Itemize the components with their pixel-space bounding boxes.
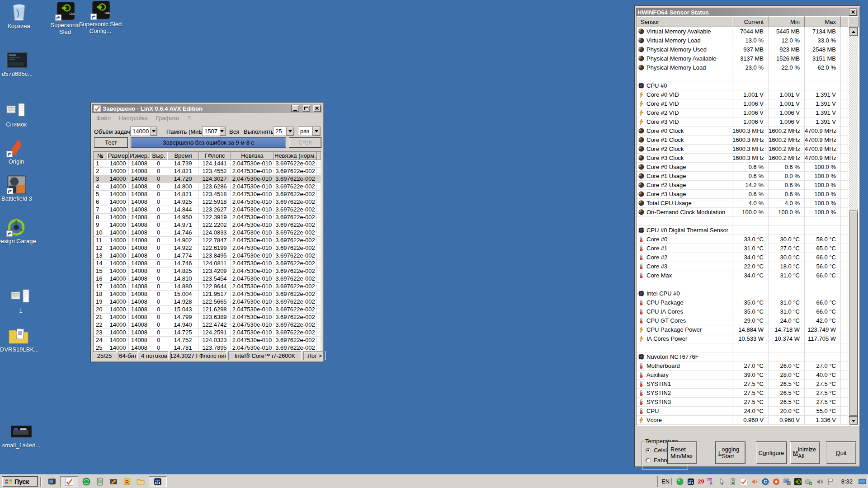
sensor-row[interactable]: Physical Memory Available3137 MB1526 MB3… [637, 54, 850, 63]
column-header[interactable]: Время [167, 152, 199, 160]
quicklaunch-device-icon[interactable] [94, 476, 105, 487]
sensor-row[interactable]: Core #0 Clock1600.3 MHz1600.2 MHz4700.9 … [637, 127, 850, 136]
tray-volume-orange-icon[interactable] [751, 478, 759, 485]
quicklaunch-rg-icon[interactable]: R [122, 476, 132, 487]
menu-item-Графики[interactable]: Графики [152, 115, 184, 122]
tray-battery-meter-icon[interactable] [729, 478, 737, 485]
sensor-row[interactable]: Core #2 Clock1600.3 MHz1600.2 MHz4700.9 … [637, 145, 850, 154]
reset-minmax-button[interactable]: Reset Min/Max [667, 441, 697, 464]
logging-start-button[interactable]: Logging Start [715, 441, 745, 464]
close-button[interactable]: ✕ [849, 9, 857, 16]
sensor-column-header[interactable]: Max [805, 16, 841, 27]
column-header[interactable]: Невязка (норм.) [274, 152, 317, 160]
hwinfo-titlebar[interactable]: HWiNFO64 Sensor Status ✕ [636, 8, 859, 17]
tray-origin-icon[interactable] [773, 478, 780, 485]
maximize-button[interactable] [302, 105, 310, 112]
sensor-row[interactable]: CPU24.0 °C20.0 °C55.0 °C [637, 407, 850, 416]
menu-item-[interactable]: ? [183, 115, 194, 122]
quicklaunch-display-icon[interactable] [47, 476, 57, 487]
sensor-row[interactable]: Core #033.0 °C30.0 °C58.0 °C [637, 235, 850, 244]
desktop-icon-origin[interactable]: Origin [0, 138, 33, 165]
table-row[interactable]: 161400014008014.810123.54542.047530e-010… [94, 275, 321, 283]
tray-device-ok-icon[interactable] [805, 478, 813, 485]
sensor-row[interactable]: SYSTIN327.5 °C26.5 °C27.5 °C [637, 398, 850, 407]
sensor-row[interactable]: Core Max34.0 °C31.0 °C66.0 °C [637, 271, 850, 280]
sensor-column-header[interactable]: Sensor [637, 16, 732, 27]
table-row[interactable]: 121400014008014.922122.61992.047530e-010… [94, 244, 321, 252]
sensor-row[interactable]: Physical Memory Used937 MB923 MB2548 MB [637, 45, 850, 54]
table-row[interactable]: 61400014008014.925122.59182.047530e-0103… [94, 198, 321, 206]
table-row[interactable]: 181400014008015.004121.95172.047530e-010… [94, 291, 321, 298]
tray-comodo-green-icon[interactable] [676, 478, 684, 485]
table-row[interactable]: 31400014008014.720124.30272.047530e-0103… [94, 175, 321, 183]
sensor-row[interactable]: CPU Package Power14.884 W14.718 W123.749… [637, 325, 850, 334]
table-row[interactable]: 191400014008014.928122.56652.047530e-010… [94, 298, 321, 306]
sensor-row[interactable]: SYSTIN127.5 °C26.5 °C27.5 °C [637, 380, 850, 389]
sensor-row[interactable]: Virtual Memory Load13.0 %12.0 %33.0 % [637, 36, 850, 45]
configure-button[interactable]: Configure [756, 441, 787, 464]
sensor-row[interactable]: Core #3 Usage0.6 %0.6 %100.0 % [637, 190, 850, 199]
tray-volume-icon[interactable] [816, 478, 824, 485]
sensor-row[interactable]: Core #3 VID1.006 V1.006 V1.391 V [637, 117, 850, 127]
table-row[interactable]: 51400014008014.821123.45182.047530e-0103… [94, 191, 321, 198]
quicklaunch-tool-icon[interactable] [108, 476, 119, 487]
scroll-up-button[interactable] [849, 27, 858, 36]
problem-size-combo[interactable]: 14000 [130, 127, 157, 136]
scrollbar[interactable] [849, 27, 858, 425]
desktop-icon-design-garage[interactable]: Design Garage [0, 218, 39, 244]
sensor-row[interactable]: CPU GT Cores29.0 °C24.0 °C42.0 °C [637, 316, 850, 325]
quicklaunch-linx-icon[interactable] [60, 476, 78, 487]
table-row[interactable]: 91400014008014.971122.22022.047530e-0103… [94, 221, 321, 229]
table-row[interactable]: 131400014008014.774123.84952.047530e-010… [94, 252, 321, 260]
sensor-row[interactable]: Core #1 Usage0.6 %0.0 %100.0 % [637, 172, 850, 181]
column-header[interactable]: Размер [107, 152, 129, 160]
sensor-column-header[interactable]: Min [769, 16, 805, 27]
table-row[interactable]: 41400014008014.800123.62862.047530e-0103… [94, 183, 321, 191]
sensor-row[interactable]: IA Cores Power10.533 W10.374 W117.705 W [637, 334, 850, 343]
sensor-row[interactable]: Virtual Memory Available7044 MB5445 MB71… [637, 27, 850, 36]
sensor-row[interactable]: Core #0 VID1.001 V1.001 V1.391 V [637, 90, 850, 99]
desktop-icon-battlefield-3[interactable]: Battlefield 3 [0, 175, 36, 202]
sensor-row[interactable]: Core #322.0 °C18.0 °C56.0 °C [637, 262, 850, 271]
desktop-icon-small-1a4ed[interactable]: small_1a4ed... [0, 422, 42, 449]
sensor-row[interactable]: Core #1 VID1.006 V1.001 V1.391 V [637, 99, 850, 108]
sensor-row[interactable]: Intel CPU #0 [637, 289, 850, 298]
table-row[interactable]: 11400014008014.739124.14412.047530e-0103… [94, 160, 321, 168]
sensor-row[interactable]: Total CPU Usage4.0 %4.0 %100.0 % [637, 199, 850, 208]
scrollbar-thumb[interactable] [849, 211, 858, 416]
desktop-icon-dvrs19lbk[interactable]: DVRS19LBK... [0, 326, 37, 353]
quicklaunch-globe-icon[interactable] [81, 476, 92, 487]
linx-titlebar[interactable]: Завершено - LinX 0.6.4 AVX Edition ✕ [92, 104, 322, 113]
sensor-column-header[interactable]: Current [732, 16, 769, 27]
sensor-row[interactable]: Core #131.0 °C27.0 °C65.0 °C [637, 244, 850, 253]
start-button[interactable]: Пуск [2, 476, 38, 487]
chevron-down-icon[interactable] [150, 127, 157, 136]
table-row[interactable]: 231400014008014.725124.25912.047530e-010… [94, 329, 321, 337]
desktop-icon-supersonic-sled-config[interactable]: DIA.Supersonic Sled Config... [76, 1, 125, 34]
table-row[interactable]: 141400014008014.746124.08112.047530e-010… [94, 260, 321, 267]
table-row[interactable]: 111400014008014.902122.78472.047530e-010… [94, 237, 321, 244]
sensor-row[interactable]: Core #3 Clock1600.3 MHz1600.2 MHz4700.9 … [637, 154, 850, 163]
quit-button[interactable]: Quit [826, 441, 856, 464]
minimize-button[interactable] [291, 105, 299, 112]
sensor-row[interactable]: Core #2 Usage14.2 %0.6 %100.0 % [637, 181, 850, 190]
table-row[interactable]: 221400014008014.940122.47422.047530e-010… [94, 321, 321, 329]
tray-comodo-c-icon[interactable]: C [762, 478, 769, 485]
sensor-row[interactable]: Auxiliary39.0 °C28.0 °C40.0 °C [637, 371, 850, 380]
minimize-all-button[interactable]: Minimize All [790, 441, 820, 464]
sensor-row[interactable]: Physical Memory Load23.0 %22.0 %62.0 % [637, 63, 850, 72]
column-header[interactable]: ГФлопс [199, 152, 231, 160]
tray-cursor-icon[interactable] [718, 478, 726, 485]
column-header[interactable]: Невязка [231, 152, 274, 160]
table-row[interactable]: 71400014008014.844123.26272.047530e-0103… [94, 206, 321, 214]
sensor-row[interactable]: Core #0 Usage0.6 %0.6 %100.0 % [637, 163, 850, 172]
table-row[interactable]: 151400014008014.825123.42092.047530e-010… [94, 267, 321, 275]
language-indicator[interactable]: EN [661, 478, 672, 485]
table-row[interactable]: 201400014008015.043121.62982.047530e-010… [94, 306, 321, 314]
test-button[interactable]: Тест [94, 137, 128, 148]
column-header[interactable]: Выр. [150, 152, 167, 160]
run-count-combo[interactable]: 25 [273, 127, 294, 136]
run-unit-combo[interactable]: раз [298, 127, 321, 136]
table-row[interactable]: 21400014008014.821123.45522.047530e-0103… [94, 168, 321, 175]
table-row[interactable]: 81400014008014.950122.39192.047530e-0103… [94, 214, 321, 221]
